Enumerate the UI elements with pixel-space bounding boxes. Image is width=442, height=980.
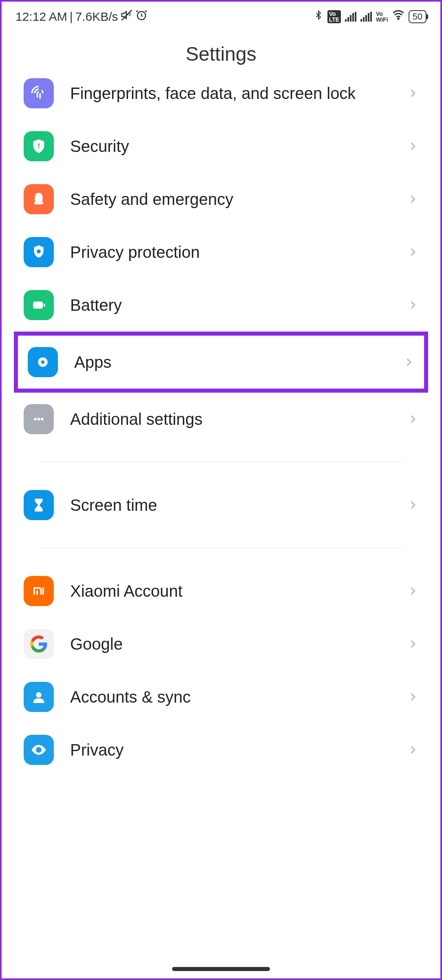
svg-rect-3: [34, 202, 43, 204]
row-safety[interactable]: Safety and emergency: [18, 173, 424, 226]
wifi-icon: [392, 9, 404, 24]
status-left: 12:12 AM | 7.6KB/s: [15, 9, 148, 24]
svg-point-9: [34, 418, 37, 421]
chevron-right-icon: [407, 744, 418, 756]
row-privacy-protection[interactable]: Privacy protection: [18, 226, 424, 279]
settings-list[interactable]: Fingerprints, face data, and screen lock…: [2, 78, 440, 776]
volte-badge: VoLTE: [327, 10, 341, 23]
safety-icon: [24, 184, 54, 214]
row-label: Apps: [74, 353, 387, 371]
home-indicator[interactable]: [172, 967, 270, 971]
additional-icon: [24, 404, 54, 434]
chevron-right-icon: [407, 88, 418, 99]
chevron-right-icon: [407, 499, 418, 511]
row-battery[interactable]: Battery: [18, 279, 424, 332]
svg-point-11: [41, 418, 44, 421]
status-right: VoLTE Vo WiFi 50: [314, 9, 427, 24]
chevron-right-icon: [403, 356, 414, 368]
battery-indicator: 50: [409, 10, 427, 23]
row-label: Privacy: [70, 741, 391, 759]
svg-point-12: [36, 692, 41, 697]
svg-point-2: [398, 18, 399, 20]
signal-icon-2: [360, 12, 372, 22]
divider: [40, 462, 402, 462]
row-label: Fingerprints, face data, and screen lock: [70, 84, 391, 103]
fingerprint-icon: [24, 78, 54, 108]
svg-rect-5: [33, 301, 43, 309]
chevron-right-icon: [407, 246, 418, 258]
screen-time-icon: [24, 490, 54, 520]
vowifi-label: Vo WiFi: [376, 11, 388, 22]
row-label: Screen time: [70, 496, 391, 514]
signal-icon-1: [345, 12, 356, 22]
apps-icon: [28, 347, 58, 377]
row-accounts-sync[interactable]: Accounts & sync: [18, 670, 424, 723]
row-fingerprints[interactable]: Fingerprints, face data, and screen lock: [18, 78, 424, 120]
row-label: Security: [70, 137, 391, 156]
row-apps[interactable]: Apps: [22, 336, 420, 389]
row-label: Safety and emergency: [70, 190, 391, 209]
chevron-right-icon: [407, 638, 418, 650]
row-xiaomi-account[interactable]: Xiaomi Account: [18, 565, 424, 617]
xiaomi-icon: [24, 576, 54, 606]
row-screen-time[interactable]: Screen time: [18, 479, 424, 532]
divider: [40, 548, 402, 548]
status-net-speed: 7.6KB/s: [75, 10, 118, 24]
svg-rect-6: [44, 304, 45, 307]
page-title: Settings: [2, 43, 440, 65]
chevron-right-icon: [407, 193, 418, 205]
row-label: Google: [70, 635, 391, 653]
alarm-icon: [135, 9, 148, 24]
row-additional[interactable]: Additional settings: [18, 393, 424, 446]
row-label: Privacy protection: [70, 243, 391, 261]
chevron-right-icon: [407, 141, 418, 152]
chevron-right-icon: [407, 691, 418, 703]
chevron-right-icon: [407, 299, 418, 311]
page-header: Settings: [2, 30, 440, 81]
status-bar: 12:12 AM | 7.6KB/s VoLTE Vo WiFi: [2, 2, 440, 30]
mute-icon: [121, 9, 133, 24]
status-time: 12:12 AM: [15, 10, 67, 24]
chevron-right-icon: [407, 585, 418, 597]
row-google[interactable]: Google: [18, 617, 424, 670]
row-label: Xiaomi Account: [70, 582, 391, 600]
svg-point-13: [38, 749, 40, 751]
accounts-icon: [24, 682, 54, 712]
apps-highlight: Apps: [14, 332, 428, 393]
svg-point-8: [41, 360, 44, 364]
battery-icon: [24, 290, 54, 320]
row-label: Additional settings: [70, 410, 391, 428]
google-icon: [24, 629, 54, 659]
bluetooth-icon: [314, 9, 323, 24]
svg-point-10: [38, 418, 40, 421]
svg-point-4: [37, 249, 41, 253]
row-label: Battery: [70, 296, 391, 314]
privacy-eye-icon: [24, 735, 54, 765]
row-privacy[interactable]: Privacy: [18, 723, 424, 776]
row-label: Accounts & sync: [70, 688, 391, 706]
privacy-protection-icon: [24, 237, 54, 267]
row-security[interactable]: Security: [18, 120, 424, 173]
security-icon: [24, 131, 54, 161]
chevron-right-icon: [407, 413, 418, 425]
